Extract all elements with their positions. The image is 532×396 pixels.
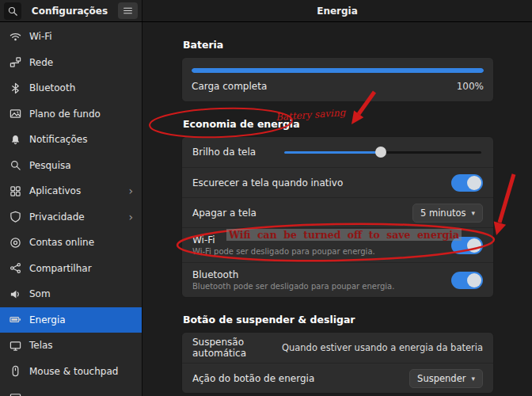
wifi-row: Wi-Fi Wi-Fi pode ser desligado para poup… [182,227,493,262]
sidebar-item-label: Notificações [29,134,87,145]
power-button-row: Ação do botão de energia Suspender ▾ [182,363,493,393]
menu-button[interactable] [118,2,138,19]
wifi-icon [9,30,21,43]
battery-charge-row: Carga completa 100% [182,73,493,101]
page-title: Energia [317,6,358,17]
sidebar-item-pesquisa[interactable]: Pesquisa [0,153,142,179]
brightness-label: Brilho da tela [192,147,256,158]
sidebar-item-label: Contas online [29,237,94,248]
bluetooth-icon [9,82,21,94]
sidebar-item-energia[interactable]: Energia [0,307,142,333]
share-icon [9,262,21,275]
sidebar-item-wifi[interactable]: Wi-Fi [0,24,142,50]
section-title-battery: Bateria [183,39,494,51]
sidebar-item-contas-online[interactable]: Contas online [0,230,142,256]
sidebar-item-label: Plano de fundo [29,109,101,120]
sidebar-item-label: Rede [29,57,53,68]
charge-label: Carga completa [192,81,267,92]
battery-icon [9,314,21,326]
dim-screen-label: Escurecer a tela quando inativo [192,177,343,188]
blank-screen-value: 5 minutos [420,208,466,219]
app-title: Configurações [21,6,118,17]
sidebar-item-label: Wi-Fi [29,31,52,42]
chevron-right-icon: › [128,185,133,196]
battery-progress [182,58,493,73]
speaker-icon [9,287,21,300]
background-icon [9,108,21,120]
page-header: Energia [142,0,532,21]
sidebar-item-privacidade[interactable]: Privacidade › [0,204,142,230]
sidebar-item-mouse-touchpad[interactable]: Mouse & touchpad [0,359,142,385]
bluetooth-label: Bluetooth [192,269,394,280]
search-icon [7,6,18,17]
sidebar-item-plano-de-fundo[interactable]: Plano de fundo [0,101,142,128]
bluetooth-row: Bluetooth Bluetooth pode ser desligado p… [182,262,493,297]
sidebar-item-partial[interactable] [0,384,142,396]
charge-percent: 100% [457,81,484,92]
blank-screen-dropdown[interactable]: 5 minutos ▾ [412,204,483,223]
sidebar-item-label: Privacidade [29,211,85,223]
headerbar: Configurações Energia [0,0,532,22]
blank-screen-label: Apagar a tela [192,208,256,219]
dim-screen-row: Escurecer a tela quando inativo [182,167,493,197]
caret-down-icon: ▾ [471,209,475,217]
sidebar-header: Configurações [0,0,142,21]
shield-icon [9,211,21,223]
power-button-dropdown[interactable]: Suspender ▾ [409,369,483,388]
sidebar-item-rede[interactable]: Rede [0,50,142,76]
sidebar-item-label: Mouse & touchpad [29,366,118,377]
sidebar-item-aplicativos[interactable]: Aplicativos › [0,178,142,204]
power-button-label: Ação do botão de energia [192,373,314,384]
display-icon [9,339,21,352]
mouse-icon [9,365,21,378]
brightness-slider-knob[interactable] [375,147,386,158]
online-accounts-icon [9,236,21,249]
power-saving-card: Brilho da tela Escurecer a tela quando i… [181,136,494,298]
auto-suspend-row[interactable]: Suspensão automática Quando estiver usan… [182,333,493,363]
sidebar-item-label: Compartilhar [29,263,92,274]
sidebar-item-som[interactable]: Som [0,281,142,307]
sidebar-item-label: Aplicativos [29,185,81,196]
wifi-toggle[interactable] [451,237,483,254]
bluetooth-toggle[interactable] [451,272,483,289]
caret-down-icon: ▾ [471,375,475,383]
sidebar-item-bluetooth[interactable]: Bluetooth [0,75,142,101]
auto-suspend-value: Quando estiver usando a energia da bater… [282,342,483,353]
section-title-power-saving: Economia de energia [183,118,494,130]
auto-suspend-label: Suspensão automática [192,337,282,359]
sidebar: Wi-Fi Rede Bluetooth Plano de fundo Noti… [0,22,142,396]
dim-screen-toggle[interactable] [451,174,483,192]
suspend-card: Suspensão automática Quando estiver usan… [181,332,494,394]
bell-icon [9,133,21,146]
sidebar-item-notificacoes[interactable]: Notificações [0,127,142,153]
sidebar-item-telas[interactable]: Telas [0,333,142,359]
chevron-right-icon: › [128,211,133,223]
sidebar-item-label: Energia [29,314,66,326]
sidebar-item-label: Bluetooth [29,82,75,93]
battery-card: Carga completa 100% [181,57,494,102]
sidebar-item-label: Som [29,288,51,299]
network-icon [9,56,21,69]
sidebar-item-compartilhar[interactable]: Compartilhar [0,256,142,282]
section-title-suspend: Botão de suspender & desligar [183,314,494,326]
brightness-slider[interactable] [284,147,481,158]
sidebar-item-label: Telas [29,340,53,351]
blank-screen-row: Apagar a tela 5 minutos ▾ [182,197,493,227]
brightness-row: Brilho da tela [182,137,493,167]
search-button[interactable] [4,2,21,20]
wifi-label: Wi-Fi [192,234,375,246]
power-button-value: Suspender [417,373,466,384]
keyboard-icon [9,390,21,396]
apps-grid-icon [9,185,21,197]
main-panel: Bateria Carga completa 100% Economia de … [143,23,532,396]
search-icon [9,159,21,172]
wifi-subtitle: Wi-Fi pode ser desligado para poupar ene… [192,247,375,256]
bluetooth-subtitle: Bluetooth pode ser desligado para poupar… [192,282,394,291]
hamburger-icon [123,6,133,16]
sidebar-item-label: Pesquisa [29,160,71,171]
